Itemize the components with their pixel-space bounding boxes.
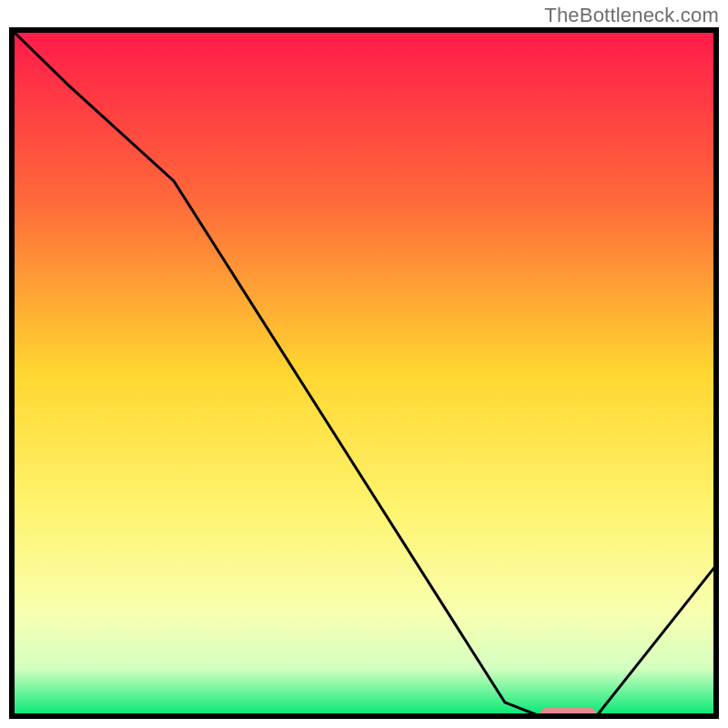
chart-container: TheBottleneck.com xyxy=(0,0,728,728)
gradient-background xyxy=(12,30,716,716)
chart-svg xyxy=(9,27,719,719)
watermark-text: TheBottleneck.com xyxy=(544,4,719,27)
